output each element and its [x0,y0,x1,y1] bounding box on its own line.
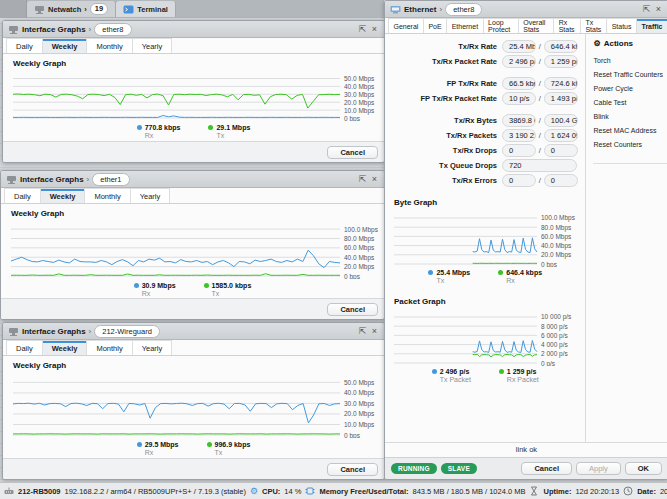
rx-packet-rate-field[interactable]: 1 259 p/s [544,55,578,68]
weekly-graph-ether8: 50.0 Mbps40.0 Mbps30.0 Mbps20.0 Mbps10.0… [13,70,380,121]
cpu-label: CPU: [262,487,280,496]
tab-overall-stats[interactable]: Overall Stats [519,18,554,33]
svg-text:40.0 Mbps: 40.0 Mbps [344,254,375,262]
tx-bytes-field[interactable]: 3869.8 GiB [502,114,536,127]
byte-graph-legend: 25.4 Mbps Tx 646.4 kbps Rx [385,267,585,287]
cancel-button[interactable]: Cancel [327,146,378,159]
tx-dot-icon [204,283,209,288]
action-torch[interactable]: Torch [593,57,663,64]
breadcrumb-sep: › [87,175,90,184]
svg-text:80.0 Mbps: 80.0 Mbps [541,224,572,232]
tx-rate-field[interactable]: 25.4 Mbps [502,40,536,53]
tab-ethernet[interactable]: Ethernet [447,18,483,33]
byte-graph: 100.0 Mbps80.0 Mbps60.0 Mbps40.0 Mbps20.… [394,209,581,267]
expand-icon[interactable]: ⇱ [642,5,651,14]
rx-rate-field[interactable]: 646.4 kbps [544,40,578,53]
rx-dot-icon [134,283,139,288]
rx-errors-field[interactable]: 0 [544,174,578,187]
rx-bytes-field[interactable]: 100.4 GiB [544,114,578,127]
tab-tx-stats[interactable]: Tx Stats [581,18,607,33]
close-icon[interactable]: × [370,175,379,184]
close-icon[interactable]: × [654,5,663,14]
apply-button[interactable]: Apply [576,462,621,475]
tab-poe[interactable]: PoE [424,18,447,33]
cancel-button[interactable]: Cancel [327,303,378,316]
tab-monthly[interactable]: Monthly [85,188,130,203]
tab-loop-protect[interactable]: Loop Protect [484,18,519,33]
tab-daily[interactable]: Daily [4,188,41,203]
instance-pill: ether8 [94,23,131,36]
svg-text:4 000 p/s: 4 000 p/s [541,341,568,349]
tab-yearly[interactable]: Yearly [133,340,173,355]
tab-monthly[interactable]: Monthly [87,340,132,355]
fp-rx-packet-rate-field[interactable]: 1 493 p/s [544,92,578,105]
cancel-button[interactable]: Cancel [327,463,378,476]
ethernet-button-bar: RUNNING SLAVE Cancel Apply OK [385,457,667,479]
tab-traffic[interactable]: Traffic [637,18,667,33]
svg-text:60.0 Mbps: 60.0 Mbps [541,233,572,241]
actions-list: Torch Reset Traffic Counters Power Cycle… [593,48,667,164]
statusbar: 212-RB5009 192.168.2.2 / arm64 / RB5009U… [0,482,667,499]
titlebar[interactable]: Interface Graphs › 212-Wireguard ⇱ × [3,323,384,340]
titlebar[interactable]: Interface Graphs › ether1 ⇱ × [1,171,384,188]
packet-graph: 10 000 p/s8 000 p/s6 000 p/s4 000 p/s2 0… [394,308,581,366]
tab-yearly[interactable]: Yearly [131,188,171,203]
action-reset-traffic-counters[interactable]: Reset Traffic Counters [593,71,663,78]
ok-button[interactable]: OK [625,462,662,475]
window-interface-graphs-wireguard: Interface Graphs › 212-Wireguard ⇱ × Dai… [2,322,385,480]
field-row: FP Tx/Rx Packet Rate 10 p/s/1 493 p/s [385,92,577,105]
breadcrumb-sep: › [89,327,92,336]
svg-text:10 000 p/s: 10 000 p/s [541,313,572,321]
tab-netwatch[interactable]: Netwatch › 19 [27,1,116,17]
action-reset-mac-address[interactable]: Reset MAC Address [593,127,663,134]
tab-terminal[interactable]: Terminal [116,1,176,17]
tab-general[interactable]: General [388,18,424,33]
tx-packet-rate-field[interactable]: 2 496 p/s [502,55,536,68]
tab-rx-stats[interactable]: Rx Stats [554,18,581,33]
tab-daily[interactable]: Daily [6,38,43,53]
interface-graphs-icon [6,175,17,184]
legend-item: 29.1 Mbps Tx [208,124,250,141]
terminal-icon [123,5,134,14]
cancel-button[interactable]: Cancel [521,462,572,475]
tab-monthly[interactable]: Monthly [87,38,132,53]
close-icon[interactable]: × [370,25,379,34]
tab-weekly[interactable]: Weekly [43,38,88,53]
action-blink[interactable]: Blink [593,113,663,120]
titlebar[interactable]: Interface Graphs › ether8 ⇱ × [3,21,384,38]
fp-rx-rate-field[interactable]: 724.6 kbps [544,77,578,90]
tab-weekly[interactable]: Weekly [41,188,86,203]
tab-yearly[interactable]: Yearly [133,38,173,53]
close-icon[interactable]: × [370,327,379,336]
action-reset-counters[interactable]: Reset Counters [593,141,663,148]
expand-icon[interactable]: ⇱ [358,25,367,34]
action-cable-test[interactable]: Cable Test [593,99,663,106]
svg-text:40.0 Mbps: 40.0 Mbps [344,389,375,397]
fp-tx-rate-field[interactable]: 66.5 kbps [502,77,536,90]
rx-packet-dot-icon [499,369,504,374]
tx-errors-field[interactable]: 0 [502,174,536,187]
graph-section-title: Weekly Graph [13,361,384,370]
rx-packets-field[interactable]: 1 624 092 766 [544,129,578,142]
window-title: Interface Graphs [22,25,86,34]
running-badge: RUNNING [391,463,437,474]
expand-icon[interactable]: ⇱ [358,327,367,336]
tx-packets-field[interactable]: 3 190 212 648 [502,129,536,142]
tab-status[interactable]: Status [607,18,637,33]
tx-queue-drops-field[interactable]: 720 [502,159,577,172]
titlebar[interactable]: Ethernet › ether8 ⇱ × [385,1,667,18]
legend-item: 29.5 Mbps Rx [137,441,179,458]
action-power-cycle[interactable]: Power Cycle [593,85,663,92]
svg-text:8 000 p/s: 8 000 p/s [541,323,568,331]
expand-icon[interactable]: ⇱ [358,175,367,184]
tx-packet-dot-icon [432,369,437,374]
rx-drops-field[interactable]: 0 [544,144,578,157]
fp-tx-packet-rate-field[interactable]: 10 p/s [502,92,536,105]
svg-text:80.0 Mbps: 80.0 Mbps [344,235,375,243]
tab-weekly[interactable]: Weekly [43,340,88,355]
uptime-label: Uptime: [543,487,571,496]
interface-graphs-icon [8,25,19,34]
svg-text:0 bps: 0 bps [344,273,361,280]
tx-drops-field[interactable]: 0 [502,144,536,157]
tab-daily[interactable]: Daily [6,340,43,355]
